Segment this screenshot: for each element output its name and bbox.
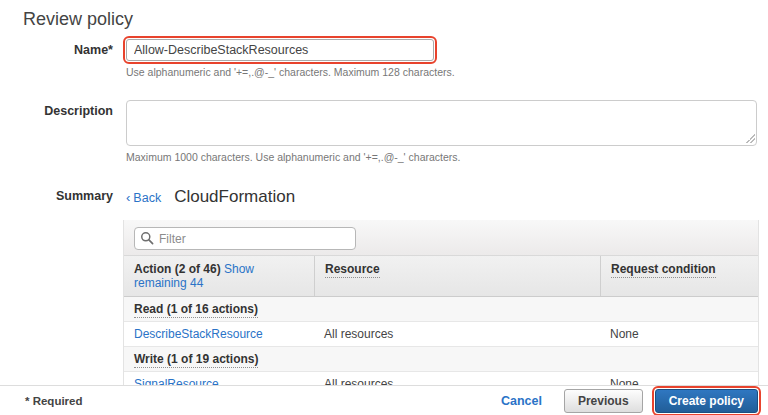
group-row-read-label: Read (1 of 16 actions) xyxy=(134,302,258,318)
request-condition-column-label: Request condition xyxy=(611,262,716,278)
name-help-text: Use alphanumeric and '+=,.@-_' character… xyxy=(126,66,768,78)
policy-summary-table: Action (2 of 46) Show remaining 44 Resou… xyxy=(123,220,759,398)
action-column-label: Action (2 of 46) xyxy=(134,262,221,276)
service-title: CloudFormation xyxy=(174,187,295,207)
group-row-write-label: Write (1 of 19 actions) xyxy=(134,352,258,368)
description-label: Description xyxy=(0,100,113,118)
summary-row: Summary ‹Back CloudFormation xyxy=(0,187,768,207)
back-link-label: Back xyxy=(133,191,161,205)
required-note: * Required xyxy=(25,395,83,407)
request-condition-cell: None xyxy=(600,322,758,346)
name-input[interactable] xyxy=(126,39,434,61)
filter-bar xyxy=(124,220,758,256)
summary-label: Summary xyxy=(0,187,113,203)
group-row-read: Read (1 of 16 actions) xyxy=(124,297,758,322)
footer-actions: Cancel Previous Create policy xyxy=(501,389,758,413)
resource-cell: All resources xyxy=(314,322,600,346)
chevron-left-icon: ‹ xyxy=(126,190,130,205)
description-row: Description Maximum 1000 characters. Use… xyxy=(0,100,768,163)
action-column-header: Action (2 of 46) Show remaining 44 xyxy=(124,256,314,296)
create-policy-button[interactable]: Create policy xyxy=(655,389,758,413)
filter-input[interactable] xyxy=(134,227,356,250)
description-textarea[interactable] xyxy=(126,100,757,146)
footer-bar: * Required Cancel Previous Create policy xyxy=(0,385,768,415)
search-icon xyxy=(140,231,154,245)
table-row: DescribeStackResource All resources None xyxy=(124,322,758,347)
group-row-write: Write (1 of 19 actions) xyxy=(124,347,758,372)
previous-button[interactable]: Previous xyxy=(564,389,643,413)
name-row: Name* Use alphanumeric and '+=,.@-_' cha… xyxy=(0,39,768,78)
resource-column-label: Resource xyxy=(325,262,380,278)
request-condition-column-header: Request condition xyxy=(600,256,758,296)
page-title: Review policy xyxy=(23,9,768,30)
back-link[interactable]: ‹Back xyxy=(126,190,161,205)
filter-box xyxy=(134,227,356,250)
action-link[interactable]: DescribeStackResource xyxy=(134,327,263,341)
name-label: Name* xyxy=(0,39,113,57)
cancel-link[interactable]: Cancel xyxy=(501,394,542,408)
description-help-text: Maximum 1000 characters. Use alphanumeri… xyxy=(126,151,768,163)
resource-column-header: Resource xyxy=(314,256,600,296)
table-header-row: Action (2 of 46) Show remaining 44 Resou… xyxy=(124,256,758,297)
